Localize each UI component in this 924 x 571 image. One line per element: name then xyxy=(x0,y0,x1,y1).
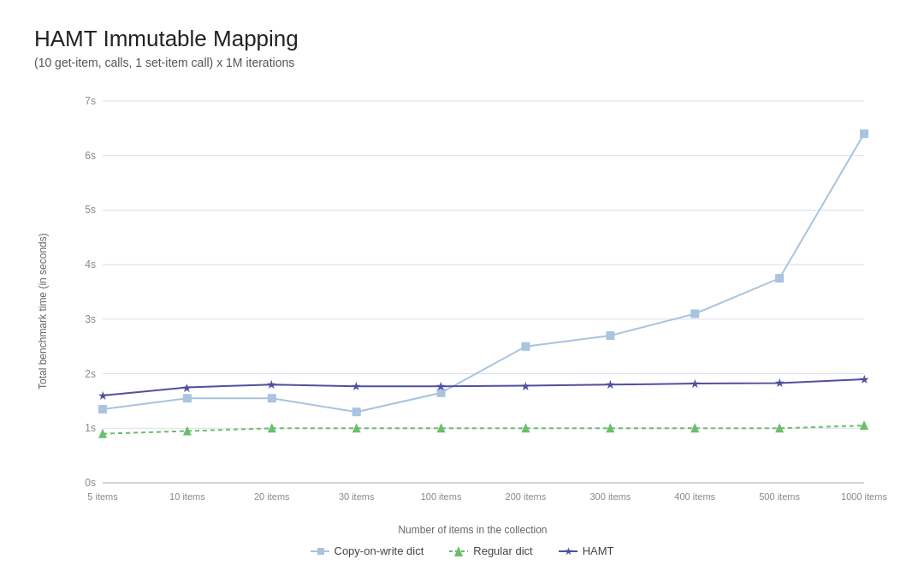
svg-text:7s: 7s xyxy=(85,95,96,107)
legend-item-cow: Copy-on-write dict xyxy=(311,544,424,557)
svg-text:★: ★ xyxy=(351,379,362,393)
legend-label-hamt: HAMT xyxy=(583,544,614,557)
svg-text:★: ★ xyxy=(690,377,701,390)
svg-rect-57 xyxy=(317,548,324,555)
legend-label-cow: Copy-on-write dict xyxy=(335,544,424,557)
svg-text:4s: 4s xyxy=(85,259,96,271)
svg-rect-32 xyxy=(606,331,614,340)
svg-rect-34 xyxy=(775,274,784,283)
legend-icon-cow xyxy=(311,545,329,557)
legend-item-regular: Regular dict xyxy=(449,544,532,557)
svg-text:★: ★ xyxy=(774,376,785,390)
svg-text:★: ★ xyxy=(520,379,531,393)
legend: Copy-on-write dict Regular dict ★ HAMT xyxy=(34,544,890,557)
svg-text:★: ★ xyxy=(181,381,192,395)
legend-icon-regular xyxy=(449,545,468,557)
svg-rect-28 xyxy=(268,394,276,402)
chart-svg: 0s1s2s3s4s5s6s7s5 items10 items20 items3… xyxy=(56,86,890,519)
chart-subtitle: (10 get-item, calls, 1 set-item call) x … xyxy=(34,56,890,69)
svg-text:★: ★ xyxy=(266,378,277,391)
svg-text:6s: 6s xyxy=(85,150,96,162)
svg-text:5 items: 5 items xyxy=(87,491,118,502)
svg-text:10 items: 10 items xyxy=(169,491,205,502)
svg-rect-27 xyxy=(183,394,192,402)
svg-text:1000 items: 1000 items xyxy=(841,491,887,502)
svg-text:300 items: 300 items xyxy=(589,491,631,502)
svg-text:400 items: 400 items xyxy=(674,491,715,502)
svg-text:★: ★ xyxy=(98,389,109,402)
svg-text:3s: 3s xyxy=(85,313,96,325)
x-axis-label: Number of items in the collection xyxy=(56,524,890,536)
svg-rect-35 xyxy=(860,129,868,138)
svg-text:500 items: 500 items xyxy=(759,491,800,502)
legend-icon-hamt: ★ xyxy=(559,545,578,557)
svg-text:★: ★ xyxy=(605,378,616,391)
svg-text:1s: 1s xyxy=(85,422,96,434)
svg-text:★: ★ xyxy=(563,545,572,557)
legend-label-regular: Regular dict xyxy=(473,544,532,557)
chart-container: HAMT Immutable Mapping (10 get-item, cal… xyxy=(0,0,924,571)
svg-text:200 items: 200 items xyxy=(506,491,547,502)
svg-text:5s: 5s xyxy=(85,204,96,216)
svg-text:20 items: 20 items xyxy=(254,491,290,502)
svg-text:2s: 2s xyxy=(85,368,96,380)
svg-rect-29 xyxy=(352,407,361,416)
svg-rect-33 xyxy=(690,309,699,318)
svg-text:0s: 0s xyxy=(85,477,96,489)
svg-text:30 items: 30 items xyxy=(339,491,375,502)
svg-text:★: ★ xyxy=(859,372,870,386)
svg-rect-26 xyxy=(98,405,107,413)
y-axis-label: Total benchmark time (in seconds) xyxy=(34,86,51,536)
chart-title: HAMT Immutable Mapping xyxy=(34,26,890,52)
svg-rect-31 xyxy=(521,342,530,351)
svg-text:★: ★ xyxy=(435,379,447,393)
svg-text:100 items: 100 items xyxy=(421,491,462,502)
legend-item-hamt: ★ HAMT xyxy=(559,544,614,557)
